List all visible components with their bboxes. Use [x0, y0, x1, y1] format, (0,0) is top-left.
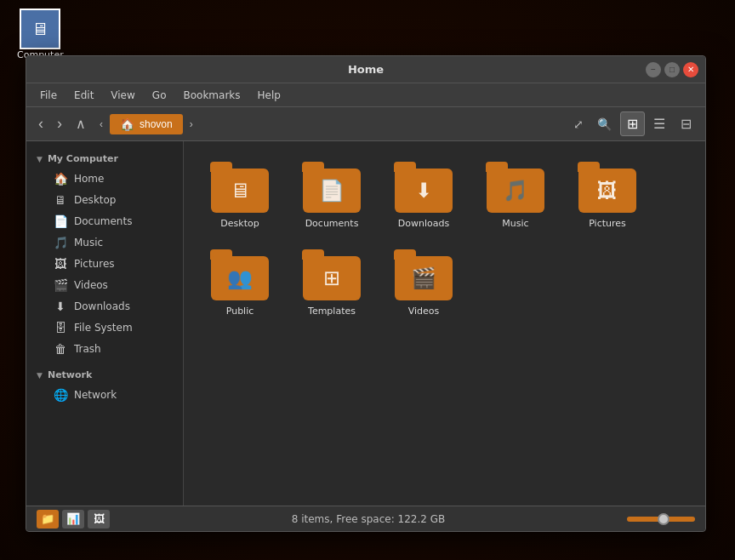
sidebar-item-trash[interactable]: 🗑 Trash — [30, 339, 179, 359]
desktop-folder-icon: 🖥 — [210, 162, 270, 213]
file-item-public[interactable]: 👥 Public — [197, 243, 282, 323]
statusbar-left: 📁 📊 🖼 — [37, 510, 110, 529]
file-item-desktop[interactable]: 🖥 Desktop — [197, 155, 282, 236]
statusbar-btn2[interactable]: 📊 — [62, 510, 84, 529]
file-item-pictures[interactable]: 🖼 Pictures — [565, 155, 650, 236]
file-grid: 🖥 Desktop 📄 Documents — [184, 141, 705, 506]
filesystem-sidebar-icon: 🗄 — [54, 321, 67, 334]
sidebar-item-filesystem[interactable]: 🗄 File System — [30, 317, 179, 338]
home-icon: 🏠 — [120, 117, 134, 131]
file-label-pictures: Pictures — [589, 218, 626, 229]
folder-body: 🖥 — [211, 169, 269, 213]
view-grid-button[interactable]: ⊞ — [620, 111, 645, 136]
downloads-folder-icon: ⬇ — [394, 162, 453, 213]
zoom-thumb[interactable] — [658, 513, 669, 525]
zoom-track[interactable] — [627, 517, 695, 522]
sidebar: ▼ My Computer 🏠 Home 🖥 Desktop 📄 Documen… — [26, 141, 184, 506]
sidebar-item-videos[interactable]: 🎬 Videos — [30, 275, 179, 295]
status-info-text: 8 items, Free space: 122.2 GB — [110, 513, 627, 525]
sidebar-item-documents[interactable]: 📄 Documents — [30, 211, 179, 231]
sidebar-item-music-label: Music — [74, 237, 103, 249]
music-folder-icon: 🎵 — [486, 162, 545, 213]
forward-button[interactable]: › — [52, 111, 67, 136]
menubar: File Edit View Go Bookmarks Help — [26, 83, 705, 107]
menu-bookmarks[interactable]: Bookmarks — [176, 87, 247, 104]
close-button[interactable]: ✕ — [683, 62, 698, 77]
file-manager-window: Home − □ ✕ File Edit View Go Bookmarks H… — [26, 55, 706, 532]
folder-body: ⊞ — [303, 256, 361, 300]
sidebar-item-videos-label: Videos — [74, 279, 108, 291]
folder-body: 🖼 — [578, 169, 636, 213]
section-arrow-icon: ▼ — [37, 155, 43, 163]
sidebar-network-label: Network — [48, 369, 92, 380]
menu-file[interactable]: File — [33, 87, 64, 104]
pictures-inner-icon: 🖼 — [597, 179, 618, 203]
file-item-videos[interactable]: 🎬 Videos — [381, 243, 466, 323]
location-shovon-button[interactable]: 🏠 shovon — [110, 114, 183, 134]
sidebar-item-downloads-label: Downloads — [74, 300, 130, 312]
templates-inner-icon: ⊞ — [323, 266, 340, 290]
sidebar-item-desktop-label: Desktop — [74, 194, 117, 206]
sidebar-item-desktop[interactable]: 🖥 Desktop — [30, 190, 179, 210]
location-bar: ‹ 🏠 shovon › — [94, 114, 565, 134]
restore-button[interactable]: ⤢ — [568, 114, 589, 134]
sidebar-item-filesystem-label: File System — [74, 322, 133, 334]
file-item-documents[interactable]: 📄 Documents — [289, 155, 374, 236]
music-sidebar-icon: 🎵 — [54, 236, 67, 249]
sidebar-item-network-label: Network — [74, 389, 117, 401]
location-label: shovon — [140, 118, 173, 130]
sidebar-item-network[interactable]: 🌐 Network — [30, 385, 179, 405]
file-item-templates[interactable]: ⊞ Templates — [289, 243, 374, 323]
music-inner-icon: 🎵 — [503, 179, 528, 203]
home-sidebar-icon: 🏠 — [54, 172, 67, 186]
documents-folder-icon: 📄 — [302, 162, 362, 213]
sidebar-item-music[interactable]: 🎵 Music — [30, 232, 179, 253]
sidebar-section-my-computer[interactable]: ▼ My Computer — [26, 148, 183, 168]
statusbar: 📁 📊 🖼 8 items, Free space: 122.2 GB — [26, 506, 705, 531]
documents-sidebar-icon: 📄 — [54, 214, 67, 228]
file-item-downloads[interactable]: ⬇ Downloads — [381, 155, 466, 236]
location-next-button[interactable]: › — [185, 115, 198, 134]
menu-help[interactable]: Help — [251, 87, 288, 104]
documents-inner-icon: 📄 — [319, 179, 345, 203]
sidebar-item-downloads[interactable]: ⬇ Downloads — [30, 296, 179, 317]
view-compact-button[interactable]: ⊟ — [674, 111, 698, 136]
downloads-sidebar-icon: ⬇ — [54, 300, 67, 313]
view-list-button[interactable]: ☰ — [647, 111, 672, 136]
sidebar-item-pictures-label: Pictures — [74, 258, 115, 270]
menu-view[interactable]: View — [104, 87, 141, 104]
search-button[interactable]: 🔍 — [592, 114, 617, 134]
file-label-public: Public — [226, 306, 254, 317]
downloads-inner-icon: ⬇ — [415, 179, 432, 203]
folder-body: ⬇ — [395, 169, 453, 213]
sidebar-section-label: My Computer — [48, 153, 118, 164]
back-button[interactable]: ‹ — [33, 111, 48, 136]
menu-go[interactable]: Go — [145, 87, 174, 104]
desktop-computer-icon[interactable]: 🖥 Computer — [17, 9, 64, 60]
sidebar-section-network[interactable]: ▼ Network — [26, 364, 183, 384]
statusbar-btn3[interactable]: 🖼 — [88, 510, 110, 529]
location-prev-button[interactable]: ‹ — [94, 115, 108, 134]
folder-body: 📄 — [303, 169, 361, 213]
statusbar-btn1[interactable]: 📁 — [37, 510, 59, 529]
menu-edit[interactable]: Edit — [67, 87, 100, 104]
public-inner-icon: 👥 — [227, 266, 253, 290]
window-controls: − □ ✕ — [646, 62, 698, 77]
file-label-desktop: Desktop — [220, 218, 259, 229]
zoom-control — [627, 517, 695, 522]
videos-inner-icon: 🎬 — [411, 266, 436, 290]
sidebar-item-documents-label: Documents — [74, 215, 132, 227]
minimize-button[interactable]: − — [646, 62, 661, 77]
computer-icon-image: 🖥 — [20, 9, 60, 49]
sidebar-item-home[interactable]: 🏠 Home — [30, 169, 179, 189]
pictures-sidebar-icon: 🖼 — [54, 257, 67, 271]
sidebar-item-pictures[interactable]: 🖼 Pictures — [30, 254, 179, 274]
up-button[interactable]: ∧ — [71, 112, 91, 135]
toolbar: ‹ › ∧ ‹ 🏠 shovon › ⤢ 🔍 ⊞ ☰ ⊟ — [26, 107, 705, 141]
desktop-sidebar-icon: 🖥 — [54, 193, 67, 207]
content-area: ▼ My Computer 🏠 Home 🖥 Desktop 📄 Documen… — [26, 141, 705, 506]
public-folder-icon: 👥 — [210, 249, 270, 300]
file-item-music[interactable]: 🎵 Music — [473, 155, 558, 236]
pictures-folder-icon: 🖼 — [578, 162, 637, 213]
maximize-button[interactable]: □ — [664, 62, 680, 77]
